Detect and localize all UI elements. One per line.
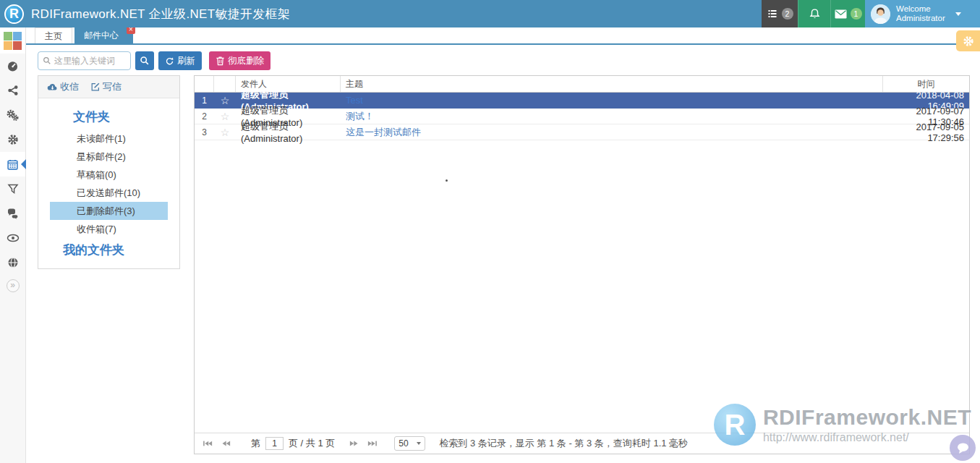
page-number-input[interactable] <box>265 437 284 450</box>
cogs-icon <box>7 109 19 122</box>
row-number: 3 <box>195 127 214 137</box>
delete-forever-button[interactable]: 彻底删除 <box>209 51 270 70</box>
folder-item-unread[interactable]: 未读邮件(1) <box>50 129 168 148</box>
chevron-down-icon <box>417 442 421 445</box>
row-number: 2 <box>195 111 214 122</box>
subject-link[interactable]: 这是一封测试邮件 <box>341 126 883 139</box>
delete-forever-label: 彻底删除 <box>228 55 264 67</box>
folder-panel-header: 收信 写信 <box>38 76 179 98</box>
compose-mail-label: 写信 <box>103 80 122 93</box>
task-list-button[interactable]: 2 <box>762 0 798 27</box>
sidebar-item-share[interactable] <box>0 78 25 103</box>
folder-item-deleted[interactable]: 已删除邮件(3) <box>50 202 168 220</box>
calendar-icon <box>7 158 19 171</box>
cloud-download-icon <box>47 82 58 91</box>
user-menu[interactable]: Welcome Administrator <box>865 0 980 27</box>
refresh-label: 刷新 <box>177 55 195 67</box>
globe-icon <box>7 257 19 268</box>
app-logo: R <box>4 4 24 24</box>
mail-toolbar: 刷新 彻底删除 <box>26 46 980 75</box>
folder-item-drafts[interactable]: 草稿箱(0) <box>50 166 168 184</box>
tab-home[interactable]: 主页 <box>35 27 72 43</box>
sidebar-item-calendar[interactable] <box>0 152 25 177</box>
table-row[interactable]: 3 ☆ 超级管理员(Administrator) 这是一封测试邮件 2017-0… <box>195 124 969 140</box>
sidebar-item-filter[interactable] <box>0 177 25 201</box>
tab-bar: 主页 邮件中心 × <box>26 27 980 45</box>
messages-button[interactable]: 1 <box>830 0 865 27</box>
star-icon[interactable]: ☆ <box>214 127 236 138</box>
chat-bubble-icon <box>956 442 970 454</box>
pagination-bar: 第 页 / 共 1 页 50 检索到 3 条记录，显示 第 1 条 - 第 3 … <box>195 433 969 454</box>
compose-icon <box>90 82 101 92</box>
star-icon[interactable]: ☆ <box>214 111 236 122</box>
tab-mail-center-label: 邮件中心 <box>84 30 119 41</box>
page-size-select[interactable]: 50 <box>394 436 425 451</box>
pager-next-button[interactable] <box>347 438 360 449</box>
sidebar-item-gear[interactable] <box>0 127 25 152</box>
sidebar-item-dashboard[interactable] <box>0 54 25 78</box>
row-number: 1 <box>195 95 214 106</box>
stray-dot <box>446 179 448 182</box>
bell-icon <box>809 8 821 20</box>
notifications-button[interactable] <box>798 0 830 27</box>
search-box <box>38 51 131 70</box>
sidebar-item-eye[interactable] <box>0 226 25 250</box>
chat-widget-button[interactable] <box>950 435 976 461</box>
my-folders-title[interactable]: 我的文件夹 <box>63 242 179 258</box>
search-input[interactable] <box>54 56 126 66</box>
gear-icon <box>963 35 974 47</box>
tab-mail-center[interactable]: 邮件中心 × <box>74 27 133 43</box>
share-icon <box>7 85 19 96</box>
search-icon <box>43 56 51 66</box>
task-count-badge: 2 <box>782 8 793 20</box>
column-subject[interactable]: 主题 <box>341 76 883 92</box>
pager-first-button[interactable] <box>201 438 215 449</box>
record-summary: 检索到 3 条记录，显示 第 1 条 - 第 3 条，查询耗时 1.1 毫秒 <box>439 437 688 450</box>
subject-link[interactable]: 测试！ <box>341 110 883 123</box>
folder-item-inbox[interactable]: 收件箱(7) <box>50 220 168 238</box>
pager-last-button[interactable] <box>365 438 379 449</box>
list-icon <box>767 8 778 20</box>
folders-section-title: 文件夹 <box>73 109 179 125</box>
refresh-button[interactable]: 刷新 <box>158 51 202 70</box>
receive-mail-label: 收信 <box>60 80 79 93</box>
subject-link[interactable]: Test <box>341 95 883 106</box>
app-header: R RDIFramework.NET 企业级.NET敏捷开发框架 2 1 <box>0 0 980 27</box>
trash-icon <box>216 56 225 66</box>
column-row-number <box>195 76 214 92</box>
page-prefix-label: 第 <box>251 437 260 450</box>
theme-settings-button[interactable] <box>956 30 980 51</box>
time-cell: 2017-09-05 17:29:56 <box>883 122 969 143</box>
app-title: RDIFramework.NET 企业级.NET敏捷开发框架 <box>31 6 290 22</box>
compose-mail-button[interactable]: 写信 <box>90 80 122 93</box>
search-icon <box>140 56 150 66</box>
sidebar-item-settings-gears[interactable] <box>0 103 25 127</box>
folder-item-sent[interactable]: 已发送邮件(10) <box>50 184 168 202</box>
eye-icon <box>7 233 20 243</box>
header-actions: 2 1 Welco <box>762 0 980 27</box>
message-count-badge: 1 <box>851 8 862 20</box>
comments-icon <box>7 208 19 219</box>
refresh-icon <box>165 56 174 66</box>
sidebar-item-globe[interactable] <box>0 250 25 275</box>
welcome-text: Welcome Administrator <box>896 4 945 23</box>
folder-item-starred[interactable]: 星标邮件(2) <box>50 148 168 166</box>
page-size-value: 50 <box>399 438 408 449</box>
pager-prev-button[interactable] <box>220 438 233 449</box>
icon-sidebar: » <box>0 27 26 463</box>
sender-cell: 超级管理员(Administrator) <box>236 120 341 144</box>
search-button[interactable] <box>135 51 154 70</box>
receive-mail-button[interactable]: 收信 <box>47 80 79 93</box>
dashboard-icon <box>7 60 19 72</box>
envelope-icon <box>835 9 847 19</box>
squares-logo-icon <box>0 27 25 54</box>
column-star <box>214 76 236 92</box>
sidebar-expand-button[interactable]: » <box>7 279 20 292</box>
gear-icon <box>7 134 19 145</box>
sidebar-item-comments[interactable] <box>0 201 25 226</box>
folder-panel: 收信 写信 文件夹 未读邮件(1) 星标邮件(2) 草稿箱(0) 已发送邮件(1… <box>38 75 180 269</box>
mail-grid-panel: 发件人 主题 时间 1 ☆ 超级管理员(Administrator) Test … <box>194 75 970 454</box>
chevron-down-icon <box>955 12 961 16</box>
avatar <box>871 4 890 24</box>
star-icon[interactable]: ☆ <box>214 95 236 106</box>
